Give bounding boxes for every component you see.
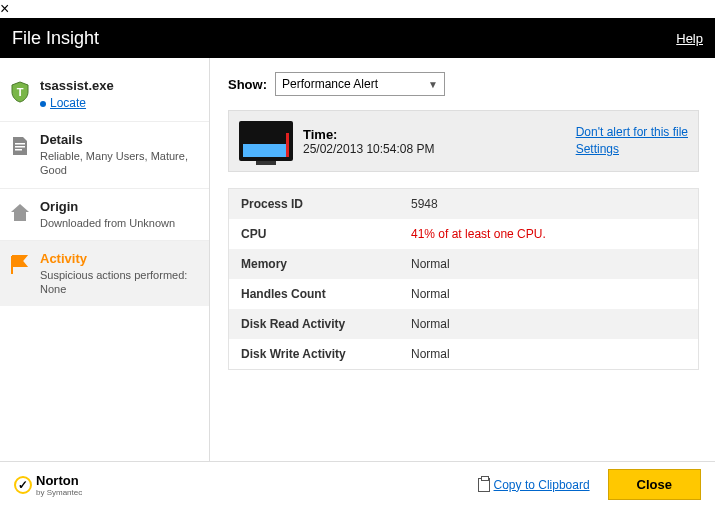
- brand-byline: by Symantec: [36, 488, 82, 497]
- table-row: CPU 41% of at least one CPU.: [229, 219, 698, 249]
- file-name: tsassist.exe: [40, 78, 197, 93]
- disk-read-value: Normal: [399, 309, 698, 339]
- activity-sub: Suspicious actions performed: None: [40, 268, 197, 297]
- table-row: Handles Count Normal: [229, 279, 698, 309]
- origin-sub: Downloaded from Unknown: [40, 216, 197, 230]
- handles-label: Handles Count: [229, 279, 399, 309]
- origin-title: Origin: [40, 199, 197, 214]
- home-icon: [8, 201, 32, 225]
- flag-icon: [8, 253, 32, 277]
- svg-text:T: T: [17, 86, 24, 98]
- table-row: Disk Read Activity Normal: [229, 309, 698, 339]
- shield-icon: T: [8, 80, 32, 104]
- disk-write-value: Normal: [399, 339, 698, 369]
- close-button[interactable]: Close: [608, 469, 701, 500]
- settings-link[interactable]: Settings: [576, 141, 688, 158]
- sidebar-item-file[interactable]: T tsassist.exe Locate: [0, 68, 209, 122]
- memory-value: Normal: [399, 249, 698, 279]
- table-row: Memory Normal: [229, 249, 698, 279]
- help-link[interactable]: Help: [676, 31, 703, 46]
- dont-alert-link[interactable]: Don't alert for this file: [576, 124, 688, 141]
- sidebar-item-activity[interactable]: Activity Suspicious actions performed: N…: [0, 241, 209, 307]
- page-title: File Insight: [12, 28, 99, 49]
- disk-write-label: Disk Write Activity: [229, 339, 399, 369]
- locate-link[interactable]: Locate: [40, 96, 86, 110]
- copy-to-clipboard-link[interactable]: Copy to Clipboard: [478, 478, 590, 492]
- metrics-table: Process ID 5948 CPU 41% of at least one …: [228, 188, 699, 370]
- details-title: Details: [40, 132, 197, 147]
- disk-read-label: Disk Read Activity: [229, 309, 399, 339]
- memory-label: Memory: [229, 249, 399, 279]
- show-dropdown[interactable]: Performance Alert ▼: [275, 72, 445, 96]
- svg-rect-3: [15, 149, 22, 151]
- table-row: Disk Write Activity Normal: [229, 339, 698, 369]
- pid-value: 5948: [399, 189, 698, 219]
- pid-label: Process ID: [229, 189, 399, 219]
- cpu-label: CPU: [229, 219, 399, 249]
- sidebar-item-origin[interactable]: Origin Downloaded from Unknown: [0, 189, 209, 241]
- check-icon: ✓: [14, 476, 32, 494]
- content-area: Show: Performance Alert ▼ Time: 25/02/20…: [210, 58, 715, 478]
- document-icon: [8, 134, 32, 158]
- svg-rect-1: [15, 143, 25, 145]
- show-value: Performance Alert: [282, 77, 378, 91]
- footer: ✓ Norton by Symantec Copy to Clipboard C…: [0, 461, 715, 507]
- sidebar: T tsassist.exe Locate Details Reliable, …: [0, 58, 210, 478]
- activity-title: Activity: [40, 251, 197, 266]
- svg-rect-2: [15, 146, 25, 148]
- sidebar-item-details[interactable]: Details Reliable, Many Users, Mature, Go…: [0, 122, 209, 189]
- show-label: Show:: [228, 77, 267, 92]
- brand-name: Norton: [36, 473, 79, 488]
- time-panel: Time: 25/02/2013 10:54:08 PM Don't alert…: [228, 110, 699, 172]
- chevron-down-icon: ▼: [428, 79, 438, 90]
- details-sub: Reliable, Many Users, Mature, Good: [40, 149, 197, 178]
- handles-value: Normal: [399, 279, 698, 309]
- window-close-icon[interactable]: ×: [0, 0, 9, 17]
- cpu-value: 41% of at least one CPU.: [399, 219, 698, 249]
- time-value: 25/02/2013 10:54:08 PM: [303, 142, 566, 156]
- table-row: Process ID 5948: [229, 189, 698, 219]
- time-label: Time:: [303, 127, 566, 142]
- monitor-icon: [239, 121, 293, 161]
- norton-logo: ✓ Norton by Symantec: [14, 473, 82, 497]
- header: File Insight Help: [0, 18, 715, 58]
- clipboard-icon: [478, 478, 490, 492]
